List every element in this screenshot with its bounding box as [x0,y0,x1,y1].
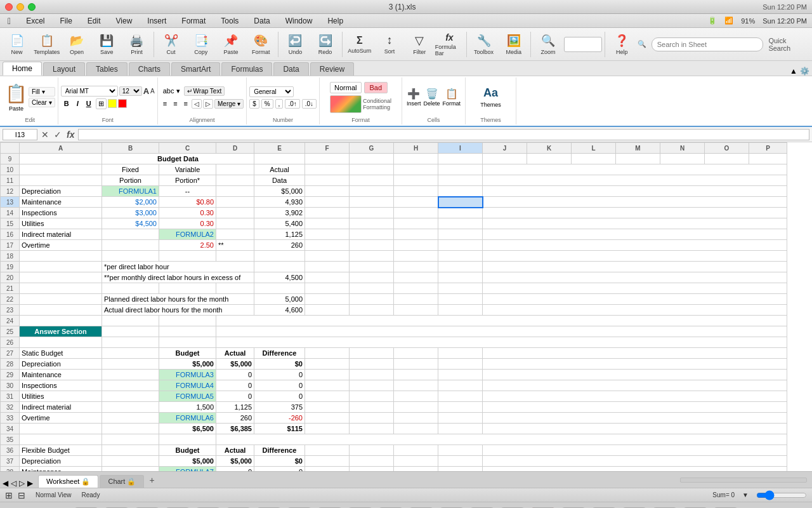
zoom-button[interactable]: 🔍 Zoom [534,29,562,60]
cell-d33[interactable]: 260 [216,413,254,424]
horizontal-scrollbar[interactable] [680,478,807,483]
cell-a15[interactable]: Utilities [20,218,102,229]
cell-f38[interactable] [305,467,350,472]
cell-e30[interactable]: 0 [254,380,305,391]
sum-dropdown-icon[interactable]: ▼ [742,491,749,498]
col-header-h[interactable]: H [394,143,438,154]
themes-aa-button[interactable]: Aa [483,86,498,100]
cell-g36[interactable] [350,445,394,456]
cell-d21[interactable] [216,283,254,294]
cell-a37[interactable]: Depreciation [20,456,102,467]
cell-j31[interactable] [483,391,787,402]
cell-c28[interactable]: $5,000 [159,359,216,370]
menu-view[interactable]: View [114,17,135,25]
grid-view-icon[interactable]: ⊞ [5,490,13,500]
cell-h11[interactable] [394,175,438,186]
cell-j11[interactable] [483,175,787,186]
cell-g32[interactable] [350,402,394,413]
list-view-icon[interactable]: ⊟ [18,490,25,500]
cell-f13[interactable] [305,197,350,208]
cell-c29[interactable]: FORMULA3 [159,370,216,380]
wrap-text-button[interactable]: ↵ Wrap Text [184,86,225,96]
redo-button[interactable]: ↪️ Redo [311,29,339,60]
cell-h12[interactable] [394,186,438,197]
cell-d25[interactable] [216,326,787,337]
cell-b19[interactable]: *per direct labor hour [102,262,254,272]
prev-sheet-button[interactable]: ◀ [3,479,8,488]
cell-f12[interactable] [305,186,350,197]
cell-e31[interactable]: 0 [254,391,305,402]
cell-a12[interactable]: Depreciation [20,186,102,197]
normal-style-button[interactable]: Normal [330,82,361,93]
col-header-f[interactable]: F [305,143,350,154]
cell-reference-input[interactable] [3,129,37,140]
menu-edit[interactable]: Edit [85,17,103,25]
cell-e28[interactable]: $0 [254,359,305,370]
cell-d16[interactable] [216,229,254,240]
cell-f23[interactable] [305,305,350,316]
cell-g38[interactable] [350,467,394,472]
col-header-b[interactable]: B [102,143,159,154]
zoom-input[interactable]: 87% [564,37,602,52]
prev-sheet-button-2[interactable]: ◁ [11,479,16,488]
currency-button[interactable]: $ [249,99,259,109]
cell-e20[interactable]: 4,500 [254,272,305,283]
cell-i9[interactable] [438,154,483,164]
formula-fx-icon[interactable]: fx [65,130,75,140]
cell-a9[interactable] [20,154,102,164]
cell-f22[interactable] [305,294,350,305]
italic-button[interactable]: I [74,98,82,109]
menu-insert[interactable]: Insert [145,17,169,25]
close-button[interactable] [5,3,13,11]
cell-h17[interactable] [394,240,438,251]
cell-h21[interactable] [394,283,438,294]
cell-f15[interactable] [305,218,350,229]
cell-g14[interactable] [350,208,394,218]
cell-a26[interactable] [20,337,102,348]
cell-b35[interactable] [102,434,159,445]
cell-g34[interactable] [350,424,394,434]
cell-a11[interactable] [20,175,102,186]
cell-b16[interactable] [102,229,159,240]
help-button[interactable]: ❓ Help [608,29,636,60]
cell-j19[interactable] [483,262,787,272]
cell-f16[interactable] [305,229,350,240]
cell-c13[interactable]: $0.80 [159,197,216,208]
cell-f32[interactable] [305,402,350,413]
cell-d24[interactable] [216,316,787,326]
cell-e18[interactable] [254,251,305,262]
tab-worksheet[interactable]: Worksheet 🔒 [38,475,98,488]
cell-j13[interactable] [483,197,787,208]
cell-d12[interactable] [216,186,254,197]
format-cells-button[interactable]: 📋 Format [443,88,461,107]
filter-button[interactable]: ▽ Filter [405,29,434,60]
cell-i30[interactable] [438,380,483,391]
cell-d14[interactable] [216,208,254,218]
cell-j22[interactable] [483,294,787,305]
formula-cancel-icon[interactable]: ✕ [40,130,50,140]
cell-a10[interactable] [20,164,102,175]
cell-i23[interactable] [438,305,483,316]
media-button[interactable]: 🖼️ Media [499,29,528,60]
cell-j21[interactable] [483,283,787,294]
cell-g29[interactable] [350,370,394,380]
cell-i27[interactable] [438,348,483,359]
sort-button[interactable]: ↕️ Sort [375,29,403,60]
col-header-l[interactable]: L [572,143,616,154]
cell-a31[interactable]: Utilities [20,391,102,402]
apple-menu[interactable]:  [5,16,13,26]
cell-d37[interactable]: $5,000 [216,456,254,467]
cell-c15[interactable]: 0.30 [159,218,216,229]
cell-j16[interactable] [483,229,787,240]
cell-i18[interactable] [438,251,483,262]
font-shrink-button[interactable]: A [150,88,155,95]
cell-c38[interactable]: FORMULA7 [159,467,216,472]
autosum-button[interactable]: Σ AutoSum [345,29,374,60]
cell-f29[interactable] [305,370,350,380]
font-name-select[interactable]: Arial MT [61,86,118,97]
cell-g16[interactable] [350,229,394,240]
border-button[interactable]: ⊞ [96,98,107,109]
tab-chart[interactable]: Chart 🔒 [100,475,144,488]
cell-b31[interactable] [102,391,159,402]
cell-j20[interactable] [483,272,787,283]
